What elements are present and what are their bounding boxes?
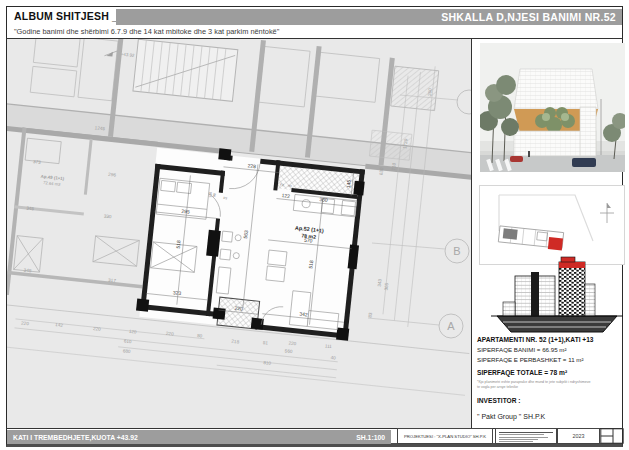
dimension-label: 563 [242, 230, 249, 239]
dimension-label: 145 [345, 179, 352, 188]
bg-dimension-label: 220 [21, 321, 30, 327]
building-subtitle: "Godine banimi dhe shërbimi 6.7.9 dhe 14… [14, 27, 279, 36]
level-marker-value: +43.92 [121, 52, 136, 58]
bg-dimension-label: 680 [123, 348, 132, 354]
dimension-label: 518 [307, 260, 314, 269]
scale-label: SH.1:100 [356, 434, 385, 441]
grid-bubble-partial [457, 90, 471, 114]
site-key-map [479, 185, 625, 265]
render-svg [480, 43, 625, 172]
bg-dimension-label: 51 [263, 340, 269, 346]
site-key-svg [479, 185, 625, 265]
bg-dimension-label: 40 [330, 355, 336, 361]
bg-dimension-label: 630 [379, 167, 385, 176]
designer-box: PROJEKTUESI : "X-PLAN STUDIO" SH.P.K [397, 428, 493, 444]
door-window-label: P3 [223, 196, 228, 200]
floor-label: KATI I TREMBEDHJETE,KUOTA +43.92 [13, 434, 138, 441]
bg-dimension-label: 220 [166, 331, 175, 337]
door-window-label: 90 [212, 193, 216, 197]
footer-title-bar: KATI I TREMBEDHJETE,KUOTA +43.92 SH.1:10… [7, 430, 391, 444]
bg-dimension-label: 80 [197, 333, 203, 339]
door-window-label: 220 [208, 192, 213, 198]
bg-dimension-label: 142 [55, 322, 64, 328]
bg-dimension-label: 260 [427, 87, 433, 96]
elevation-svg [489, 256, 626, 336]
micro-text-line [499, 434, 544, 435]
apartment-unit: Ap.52 (1+1) 78 m2 2281223501455635702955… [135, 141, 367, 340]
micro-text-line [499, 432, 553, 433]
bg-dimension-label: 83 [368, 312, 374, 318]
bg-dimension-label: 810 [263, 360, 272, 366]
bg-dimension-label: 610 [124, 338, 133, 344]
wardrobe [151, 242, 197, 272]
highlighted-floor [559, 262, 585, 268]
dimension-label: 350 [319, 196, 328, 203]
sheet-title: SHKALLA D,NJESI BANIMI NR.52 [441, 11, 616, 23]
album-title-text: ALBUM SHITJESH [14, 10, 109, 22]
investor-name: " Pakt Group " SH.P.K [477, 413, 623, 420]
floor-plan-svg: +43.92 [7, 39, 471, 428]
apartment-info-title: APARTAMENTI NR. 52 (1+1),KATI +13 [477, 336, 623, 343]
building-render [514, 69, 598, 156]
album-sheet: ALBUM SHITJESH ____ SHKALLA D,NJESI BANI… [0, 0, 629, 450]
dimension-label: 342 [299, 311, 308, 318]
render-image [480, 43, 625, 172]
door-window-label: 90 [288, 184, 292, 188]
designer-name: PROJEKTUESI : "X-PLAN STUDIO" SH.P.K [404, 434, 486, 439]
dimension-label: 220 [234, 305, 243, 312]
bg-dimension-label: 296 [108, 172, 117, 178]
bg-dimension-label: 373 [33, 159, 42, 165]
bg-dimension-label: 220 [93, 326, 102, 332]
dimension-label: 295 [181, 208, 190, 215]
bg-dimension-label: 317 [108, 277, 117, 283]
bg-dimension-label: 345 [24, 268, 33, 274]
year-value: 2023 [573, 433, 585, 439]
title-block-notes [495, 428, 557, 444]
bg-dimension-label: 218 [231, 339, 240, 345]
stairs [133, 39, 238, 101]
panel-divider [471, 39, 472, 428]
dimension-label: 518 [175, 240, 182, 249]
info-siperfaqe-banimi: SIPERFAQE BANIMI = 66.95 m² [477, 346, 623, 353]
bg-dimension-label: 111 [325, 343, 333, 349]
studio-logo [600, 428, 624, 444]
investor-label: INVESTITOR : [477, 397, 623, 404]
neighbor-unit-area: 72.64 m2 [43, 180, 62, 187]
unit-location-marker [548, 237, 563, 250]
bg-dimension-label: 120 [129, 329, 138, 335]
bg-dimension-label: 365 [383, 282, 389, 291]
building-elevation [489, 256, 626, 336]
dimension-label: 323 [173, 289, 182, 296]
micro-text-line [499, 437, 548, 438]
dimension-label: 570 [304, 237, 313, 244]
rotated-plan-group: +43.92 [7, 39, 471, 396]
roof-marker [561, 257, 575, 262]
apartment-info-block: APARTAMENTI NR. 52 (1+1),KATI +13 SIPERF… [477, 336, 623, 420]
micro-text-line [499, 439, 538, 440]
info-siperfaqe-totale: SIPERFAQE TOTALE = 78 m² [477, 369, 623, 376]
year-box: 2023 [557, 428, 600, 444]
door-window-label: F2 [280, 183, 284, 187]
bg-dimension-label: 343 [377, 278, 383, 287]
neighbor-apartment: Ap.49 (1+1) 72.64 m2 [7, 128, 158, 309]
bg-dimension-label: 330 [104, 214, 113, 220]
bg-dimension-label: 345 [26, 205, 35, 211]
floor-plan-drawing: +43.92 [7, 39, 471, 428]
dimension-label: 122 [281, 192, 290, 199]
dimension-label: 228 [247, 162, 256, 169]
info-siperfaqe-perbashket: SIPERFAQE E PERBASHKET = 11 m² [477, 356, 623, 363]
dark-car [572, 158, 596, 167]
disclaimer-note-line2: te vogla per arsye teknike [477, 385, 623, 390]
grid-bubble-b-label: B [453, 245, 460, 257]
sheet-title-bar: SHKALLA D,NJESI BANIMI NR.52 [116, 9, 622, 25]
grid-bubble-a-label: A [447, 320, 455, 332]
bg-dimension-label: 220 [288, 341, 297, 347]
pedestrian [528, 151, 530, 157]
micro-text-line [499, 441, 533, 442]
bg-dimension-label: 710 [391, 162, 397, 171]
red-car [510, 156, 523, 162]
bg-dimension-label: 560 [285, 348, 294, 354]
